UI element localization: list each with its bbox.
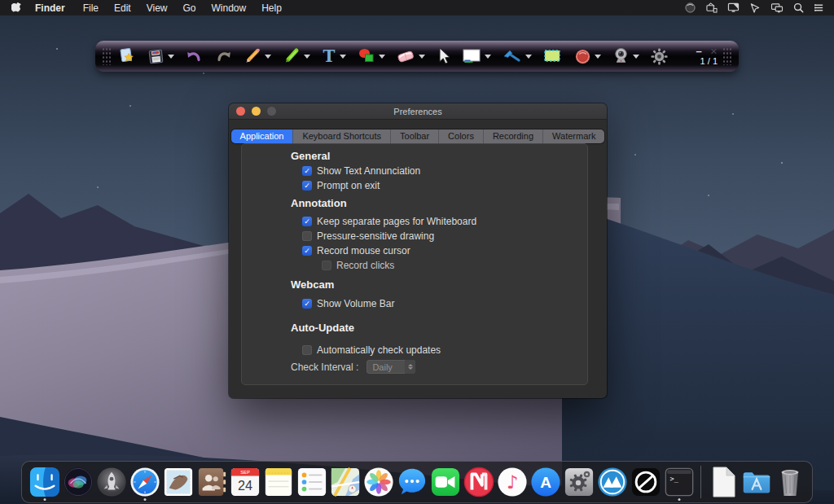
dock-photos-icon[interactable] xyxy=(363,464,394,500)
checkbox-row-automatically-check-updates[interactable]: Automatically check updates xyxy=(302,344,587,356)
dock-app-store-icon[interactable]: A xyxy=(530,464,561,500)
toolbar-close-button[interactable]: ✕ xyxy=(710,47,718,55)
menu-item-view[interactable]: View xyxy=(147,2,168,14)
tab-toolbar[interactable]: Toolbar xyxy=(391,129,439,143)
spotlight-tool-button[interactable] xyxy=(502,41,532,72)
checkbox-unchecked-icon[interactable] xyxy=(322,261,331,270)
dock-annotation-app-icon[interactable] xyxy=(630,464,661,500)
dock-terminal-icon[interactable]: >_ xyxy=(664,464,695,500)
selection-button[interactable] xyxy=(542,41,563,72)
dock-finder-icon[interactable] xyxy=(29,464,60,500)
checkbox-row-keep-separate-pages[interactable]: Keep separate pages for Whiteboard xyxy=(302,216,587,227)
checkbox-unchecked-icon[interactable] xyxy=(302,345,312,355)
text-dropdown-caret[interactable] xyxy=(340,55,346,59)
tab-watermark[interactable]: Watermark xyxy=(543,129,604,143)
toolbar-drag-grip-left[interactable] xyxy=(102,47,112,65)
svg-text:A: A xyxy=(540,474,551,491)
shapes-dropdown-caret[interactable] xyxy=(379,55,385,59)
settings-button[interactable] xyxy=(650,41,669,72)
shapes-icon xyxy=(357,46,376,66)
toolbar-drag-grip-right[interactable] xyxy=(722,47,732,65)
dock-facetime-icon[interactable] xyxy=(430,464,461,500)
eraser-button[interactable] xyxy=(395,41,425,72)
new-page-button[interactable] xyxy=(116,41,136,72)
checkbox-checked-icon[interactable] xyxy=(302,299,312,309)
checkbox-row-show-volume-bar[interactable]: Show Volume Bar xyxy=(302,298,587,309)
checkbox-checked-icon[interactable] xyxy=(302,181,312,191)
webcam-dropdown-caret[interactable] xyxy=(633,55,639,59)
save-dropdown-caret[interactable] xyxy=(168,55,174,59)
checkbox-checked-icon[interactable] xyxy=(302,217,312,226)
highlighter-button[interactable] xyxy=(282,41,310,72)
shapes-button[interactable] xyxy=(357,41,385,72)
checkbox-label: Pressure-sensitive drawing xyxy=(317,230,434,242)
pointer-status-icon[interactable] xyxy=(749,2,761,13)
dock-mail-icon[interactable] xyxy=(163,464,194,500)
dock-reminders-icon[interactable] xyxy=(296,464,327,500)
checkbox-row-prompt-on-exit[interactable]: Prompt on exit xyxy=(302,180,587,191)
check-interval-popup[interactable]: Daily xyxy=(367,360,415,374)
dock-notes-icon[interactable] xyxy=(263,464,294,500)
pencil-icon xyxy=(243,46,262,66)
menu-item-window[interactable]: Window xyxy=(212,2,247,14)
menu-item-finder[interactable]: Finder xyxy=(35,2,65,14)
undo-button[interactable] xyxy=(185,41,204,72)
running-indicator xyxy=(678,498,680,501)
scanner-status-icon[interactable] xyxy=(705,2,718,13)
apple-menu-icon[interactable] xyxy=(11,2,22,13)
dock-mountain-app-icon[interactable] xyxy=(597,464,628,500)
menu-item-go[interactable]: Go xyxy=(183,2,196,14)
checkbox-row-pressure-sensitive[interactable]: Pressure-sensitive drawing xyxy=(302,230,587,242)
dock-system-preferences-icon[interactable] xyxy=(564,464,595,500)
eraser-dropdown-caret[interactable] xyxy=(419,55,425,59)
dock-applications-folder-icon[interactable] xyxy=(741,464,772,500)
checkbox-checked-icon[interactable] xyxy=(302,166,312,176)
pencil-button[interactable] xyxy=(243,41,271,72)
text-tool-button[interactable]: T xyxy=(321,41,346,72)
sphere-status-icon[interactable] xyxy=(685,2,696,13)
tab-application[interactable]: Application xyxy=(231,129,294,143)
tab-colors[interactable]: Colors xyxy=(439,129,484,143)
dock-launchpad-icon[interactable] xyxy=(96,464,127,500)
checkbox-unchecked-icon[interactable] xyxy=(302,231,312,241)
tab-recording[interactable]: Recording xyxy=(484,129,543,143)
record-button[interactable] xyxy=(573,41,601,72)
dock-maps-icon[interactable] xyxy=(330,464,361,500)
spotlight-dropdown-caret[interactable] xyxy=(525,55,532,59)
dock-calendar-icon[interactable]: SEP24 xyxy=(230,464,261,500)
display-status-icon[interactable] xyxy=(727,2,740,13)
window-titlebar[interactable]: Preferences xyxy=(229,103,607,120)
checkbox-row-record-mouse-cursor[interactable]: Record mouse cursor xyxy=(302,245,587,256)
tab-keyboard-shortcuts[interactable]: Keyboard Shortcuts xyxy=(293,129,391,143)
dock-trash-icon[interactable] xyxy=(775,464,805,500)
save-button[interactable] xyxy=(147,41,174,72)
highlighter-dropdown-caret[interactable] xyxy=(304,55,310,59)
cursor-button[interactable] xyxy=(436,41,450,72)
dock-siri-icon[interactable] xyxy=(63,464,94,500)
svg-text:T: T xyxy=(323,46,335,66)
displays-status-icon[interactable] xyxy=(770,2,784,13)
dock-contacts-icon[interactable] xyxy=(196,464,227,500)
redo-button[interactable] xyxy=(214,41,233,72)
webcam-button[interactable] xyxy=(612,41,639,72)
toolbar-minimize-button[interactable]: – xyxy=(696,48,702,55)
notification-center-icon[interactable] xyxy=(814,2,824,13)
dock-messages-icon[interactable] xyxy=(397,464,428,500)
pencil-dropdown-caret[interactable] xyxy=(265,55,271,59)
whiteboard-button[interactable] xyxy=(461,41,491,72)
record-dropdown-caret[interactable] xyxy=(595,55,601,59)
spotlight-search-icon[interactable] xyxy=(793,2,804,13)
running-indicator xyxy=(143,498,146,501)
checkbox-checked-icon[interactable] xyxy=(302,246,312,256)
dock-safari-icon[interactable] xyxy=(129,464,160,500)
checkbox-row-show-text-annunciation[interactable]: Show Text Annunciation xyxy=(302,165,587,177)
menu-item-help[interactable]: Help xyxy=(261,2,282,14)
redo-icon xyxy=(214,47,233,65)
menu-item-edit[interactable]: Edit xyxy=(114,2,131,14)
dock-news-icon[interactable] xyxy=(463,464,494,500)
menu-item-file[interactable]: File xyxy=(83,2,99,14)
whiteboard-dropdown-caret[interactable] xyxy=(485,55,491,59)
checkbox-row-record-clicks[interactable]: Record clicks xyxy=(322,260,587,271)
dock-document-icon[interactable] xyxy=(708,464,739,500)
dock-itunes-icon[interactable]: ♪ xyxy=(497,464,528,500)
